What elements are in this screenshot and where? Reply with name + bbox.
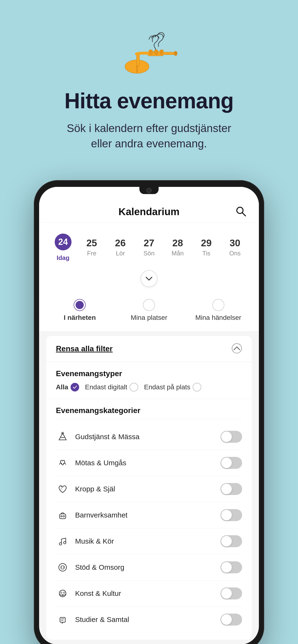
motas-icon [56, 456, 69, 470]
hero-section: Hitta evenemang Sök i kalendern efter gu… [0, 0, 298, 170]
category-gudstjanst: Gudstjänst & Mässa [56, 424, 242, 450]
day-number-24: 24 [55, 234, 72, 250]
kropp-toggle[interactable] [221, 483, 242, 495]
studier-toggle[interactable] [221, 614, 242, 626]
collapse-filters-button[interactable] [232, 343, 242, 354]
event-type-plats-label: Endast på plats [144, 383, 190, 391]
barn-toggle[interactable] [221, 509, 242, 521]
svg-rect-25 [60, 618, 65, 622]
svg-rect-6 [162, 52, 175, 54]
konst-icon [56, 587, 69, 600]
svg-point-18 [59, 564, 66, 571]
event-type-digital-label: Endast digitalt [85, 383, 127, 391]
phone-camera [146, 188, 152, 193]
svg-rect-13 [60, 514, 66, 519]
svg-point-14 [61, 516, 62, 517]
radio-events [212, 299, 224, 311]
gudstjanst-toggle[interactable] [221, 431, 242, 443]
category-motas: Mötas & Umgås [56, 450, 242, 476]
day-label-27: Sön [143, 250, 155, 257]
svg-point-23 [63, 592, 65, 594]
motas-label: Mötas & Umgås [75, 459, 215, 467]
categories-title: Evenemangskategorier [56, 406, 242, 419]
musik-label: Musik & Kör [75, 537, 215, 545]
stod-toggle[interactable] [221, 561, 242, 573]
category-kropp: Kropp & Själ [56, 476, 242, 502]
category-barn: Barnverksamhet [56, 502, 242, 528]
day-number-26: 26 [115, 238, 126, 248]
event-types-title: Evenemangstyper [56, 369, 242, 378]
digital-check [129, 383, 138, 392]
calendar-day-29[interactable]: 29 Tis [192, 234, 221, 261]
svg-rect-4 [155, 50, 158, 54]
calendar-days: 24 Idag 25 Fre 26 Lör [49, 230, 249, 266]
toggle-thumb [221, 510, 232, 520]
search-button[interactable] [235, 205, 247, 218]
hero-subtitle: Sök i kalendern efter gudstjänster eller… [55, 120, 243, 152]
svg-rect-3 [149, 50, 152, 54]
alla-check [71, 383, 79, 392]
category-konst: Konst & Kultur [56, 580, 242, 606]
category-musik: Musik & Kör [56, 528, 242, 554]
day-number-25: 25 [86, 238, 97, 248]
barn-icon [56, 508, 69, 522]
konst-label: Konst & Kultur [75, 590, 215, 598]
day-label-24: Idag [57, 254, 69, 262]
phone-notch [139, 187, 159, 194]
toggle-thumb [221, 562, 232, 572]
calendar-day-27[interactable]: 27 Sön [135, 234, 163, 261]
chevron-row [39, 266, 259, 292]
barn-label: Barnverksamhet [75, 511, 215, 519]
studier-icon [56, 613, 69, 626]
toggle-thumb [221, 536, 232, 546]
event-type-row: Alla Endast digitalt E [56, 383, 242, 392]
day-label-25: Fre [87, 250, 96, 257]
musik-toggle[interactable] [221, 535, 242, 547]
toggle-thumb [221, 458, 232, 468]
kropp-icon [56, 482, 69, 496]
filter-tab-places[interactable]: Mina platser [116, 299, 183, 322]
trumpet-icon [120, 31, 178, 79]
svg-point-20 [64, 566, 65, 568]
stod-label: Stöd & Omsorg [75, 563, 215, 572]
clear-filters-button[interactable]: Rensa alla filter [56, 344, 113, 353]
toggle-thumb [221, 588, 232, 599]
hero-title: Hitta evenemang [64, 89, 233, 113]
expand-calendar-button[interactable] [140, 270, 158, 287]
filter-tab-events-label: Mina händelser [195, 314, 241, 322]
filter-tab-places-label: Mina platser [131, 314, 168, 322]
event-types-section: Evenemangstyper Alla Endast digitalt [46, 362, 252, 399]
day-number-29: 29 [201, 238, 212, 248]
filter-tab-nearby-label: I närheten [64, 314, 96, 322]
radio-places [143, 299, 155, 311]
event-type-plats[interactable]: Endast på plats [144, 383, 201, 392]
plats-check [193, 383, 201, 392]
day-label-29: Tis [202, 250, 210, 257]
filter-tab-nearby[interactable]: I närheten [46, 299, 113, 322]
kropp-label: Kropp & Själ [75, 485, 215, 493]
event-type-alla[interactable]: Alla [56, 383, 79, 392]
toggle-thumb [221, 484, 232, 494]
filter-tab-events[interactable]: Mina händelser [185, 299, 252, 322]
gudstjanst-label: Gudstjänst & Mässa [75, 433, 215, 441]
day-number-28: 28 [172, 238, 183, 248]
day-label-26: Lör [116, 250, 125, 257]
motas-toggle[interactable] [221, 457, 242, 469]
calendar-day-26[interactable]: 26 Lör [106, 234, 135, 261]
konst-toggle[interactable] [221, 588, 242, 600]
svg-line-9 [242, 213, 245, 216]
filter-panel: Rensa alla filter Evenemangstyper Alla [46, 336, 252, 640]
calendar-day-30[interactable]: 30 Ons [221, 234, 249, 261]
stod-icon [56, 560, 69, 574]
event-type-digital[interactable]: Endast digitalt [85, 383, 138, 392]
app-header: Kalendarium [39, 201, 259, 222]
svg-point-16 [59, 543, 62, 545]
musik-icon [56, 534, 69, 548]
calendar-day-24[interactable]: 24 Idag [49, 230, 77, 266]
calendar-day-28[interactable]: 28 Mån [163, 234, 192, 261]
filter-tabs: I närheten Mina platser Mina händelser [39, 292, 259, 331]
day-label-28: Mån [172, 250, 184, 257]
calendar-day-25[interactable]: 25 Fre [77, 234, 106, 261]
phone-outer: Kalendarium 24 Idag [34, 180, 264, 644]
filter-header: Rensa alla filter [46, 336, 252, 362]
